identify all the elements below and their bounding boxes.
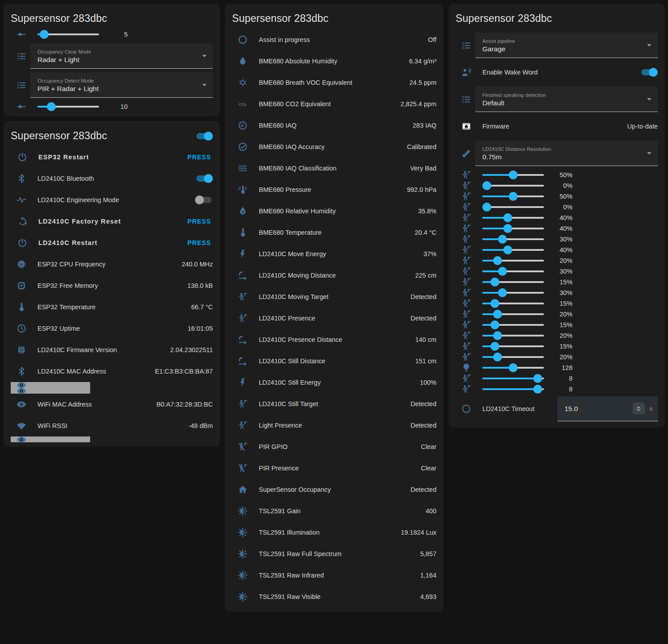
select-field-assist-pipeline[interactable]: Assist pipelineGarage — [475, 33, 658, 58]
svg-text:32: 32 — [20, 263, 23, 266]
chip-icon: 32 — [16, 259, 27, 270]
motion-sensor-icon — [237, 313, 248, 324]
card-header-toggle[interactable] — [195, 132, 213, 141]
slider-ld2410c-gate1-move-thr[interactable] — [482, 191, 544, 202]
press-button-esp32-restart[interactable]: PRESS — [187, 151, 212, 163]
row-ld2410c-timeout: LD2410C Timeout15.0s — [456, 395, 658, 423]
tune-icon — [16, 29, 27, 40]
row-value: 40% — [551, 246, 573, 253]
row-value: 24.5 ppm — [410, 79, 436, 86]
slider-light-presence-threshold[interactable] — [37, 29, 99, 40]
eye-icon — [16, 399, 27, 410]
slider-ld2410c-gate5-move-thr[interactable] — [482, 277, 544, 287]
card-title: Supersensor 283dbc — [456, 12, 552, 25]
row-label: WiFi MAC Address — [37, 401, 156, 408]
field-value: PIR + Radar + Light — [37, 85, 195, 93]
row-value: Calibrated — [407, 143, 436, 150]
row-ld2410c-factory-reset: LD2410C Factory ResetPRESS — [11, 211, 213, 232]
motion-sensor-off-icon — [237, 463, 248, 474]
row-value: -48 dBm — [188, 422, 213, 429]
row-ld2410c-presence: LD2410C PresenceDetected — [232, 307, 436, 329]
slider-ld2410c-gate3-still-thres[interactable] — [482, 245, 544, 255]
slider-ld2410c-gate2-still-thres[interactable] — [482, 223, 544, 234]
row-wifi-mac-address: WiFi MAC AddressB0:A7:32:28:3D:BC — [11, 394, 213, 415]
row-label: LD2410C Firmware Version — [37, 346, 170, 353]
row-value: 140 cm — [415, 336, 436, 343]
clock-icon — [16, 323, 27, 334]
row-value: 37% — [423, 250, 436, 258]
press-button-ld2410c-restart[interactable]: PRESS — [187, 237, 212, 249]
motion-sensor-icon — [461, 287, 472, 298]
row-ld2410c-gate5-still-thres: LD2410C Gate5 Still Thres...30% — [456, 287, 517, 298]
tune-icon — [16, 101, 27, 112]
slider-ld2410c-gate8-still-thres[interactable] — [482, 352, 544, 362]
slider-ld2410c-gate6-move-thr[interactable] — [482, 298, 544, 309]
number-input-ld2410c-timeout[interactable]: 15.0s — [557, 396, 658, 421]
toggle-ld2410c-engineering-mode[interactable] — [195, 195, 213, 204]
press-button-ld2410c-factory-reset[interactable]: PRESS — [187, 215, 212, 228]
unit-label: s — [650, 405, 653, 412]
slider-ld2410c-gate4-still-thres[interactable] — [482, 266, 544, 277]
list-icon — [16, 51, 27, 62]
row-value: Detected — [411, 422, 436, 429]
stepper-icon[interactable] — [633, 403, 645, 415]
slider-ld2410c-gate6-still-thres[interactable] — [482, 309, 544, 320]
row-label: BME680 IAQ Accuracy — [259, 143, 407, 150]
row-label: TSL2591 Illumination — [259, 529, 401, 536]
slider-ld2410c-gate5-still-thres[interactable] — [482, 287, 544, 298]
row-label: ESP32 Free Memory — [37, 282, 187, 289]
slider-pir-hold-time[interactable] — [37, 101, 99, 112]
row-label: LD2410C Engineering Mode — [37, 196, 195, 204]
signal-distance-icon — [237, 334, 248, 345]
row-value: 66.7 °C — [191, 303, 213, 311]
column-right: Supersensor 283dbc Assist pipelineGarage… — [448, 4, 665, 428]
select-field-occupancy-detect-mode[interactable]: Occupancy Detect ModePIR + Radar + Light — [30, 72, 213, 98]
firmware-chip-icon — [16, 345, 27, 355]
slider-ld2410c-gate4-move-thr[interactable] — [482, 255, 544, 266]
slider-ld2410c-gate8-move-thr[interactable] — [482, 341, 544, 352]
slider-ld2410c-gate1-still-thres[interactable] — [482, 202, 544, 212]
field-value: Garage — [482, 45, 640, 53]
row-tsl2591-raw-infrared: TSL2591 Raw Infrared1,164 — [232, 565, 436, 586]
motion-sensor-icon — [461, 223, 472, 234]
select-field-finished-speaking-detection[interactable]: Finished speaking detectionDefault — [475, 87, 658, 112]
row-label: BME680 CO2 Equivalent — [259, 100, 400, 108]
row-ld2410c-gate8-still-thres: LD2410C Gate8 Still Thres...20% — [456, 352, 517, 362]
row-bme680-relative-humidity: BME680 Relative Humidity35.8% — [232, 200, 436, 222]
row-value: 40% — [551, 214, 573, 221]
slider-ld2410c-gate7-still-thres[interactable] — [482, 330, 544, 341]
row-finished-speaking-detection: Finished speaking detectionDefault — [456, 87, 658, 112]
row-value: 50% — [551, 193, 573, 200]
row-ld2410c-gate0-move-thr: LD2410C Gate0 Move Thr...50% — [456, 170, 517, 180]
select-field-ld2410c-distance-resolution[interactable]: LD2410C Distance Resolution0.75m — [475, 141, 658, 166]
field-value: Default — [482, 99, 640, 107]
toggle-enable-wake-word[interactable] — [640, 68, 658, 77]
slider-ld2410c-max-move-dista[interactable] — [482, 373, 544, 384]
select-field-occupancy-clear-mode[interactable]: Occupancy Clear ModeRadar + Light — [30, 43, 213, 69]
motion-sensor-off-icon — [237, 441, 248, 452]
row-ld2410c-gate8-move-thr: LD2410C Gate8 Move Thr...15% — [456, 341, 517, 352]
slider-ld2410c-light-threshold[interactable] — [482, 362, 544, 373]
row-value: 20% — [551, 332, 573, 339]
slider-ld2410c-gate2-move-thr[interactable] — [482, 212, 544, 223]
card-title: Supersensor 283dbc — [11, 12, 107, 25]
slider-ld2410c-gate0-still-thres[interactable] — [482, 180, 544, 191]
row-label: LD2410C Factory Reset — [38, 218, 187, 225]
row-ld2410c-gate1-still-thres: LD2410C Gate1 Still Thres...0% — [456, 202, 517, 212]
row-label: LD2410C Presence — [259, 315, 411, 322]
slider-ld2410c-gate3-move-thr[interactable] — [482, 234, 544, 245]
slider-ld2410c-gate0-move-thr[interactable] — [482, 170, 544, 180]
slider-ld2410c-max-still-distanc[interactable] — [482, 384, 544, 395]
row-label: BME680 Breath VOC Equivalent — [259, 79, 410, 86]
row-value: 100% — [420, 379, 436, 386]
card-settings: Supersensor 283dbc Assist pipelineGarage… — [448, 4, 665, 428]
toggle-ld2410c-bluetooth[interactable] — [195, 174, 213, 183]
row-label: BME680 Pressure — [259, 186, 407, 193]
row-value: Detected — [411, 486, 436, 493]
row-value: Clear — [421, 465, 436, 472]
row-value: E1:C3:B3:CB:BA:87 — [155, 368, 213, 375]
motion-sensor-icon — [461, 180, 472, 191]
row-value: 138.0 kB — [187, 282, 213, 289]
row-label: Assist in progress — [259, 36, 428, 43]
slider-ld2410c-gate7-move-thr[interactable] — [482, 320, 544, 330]
